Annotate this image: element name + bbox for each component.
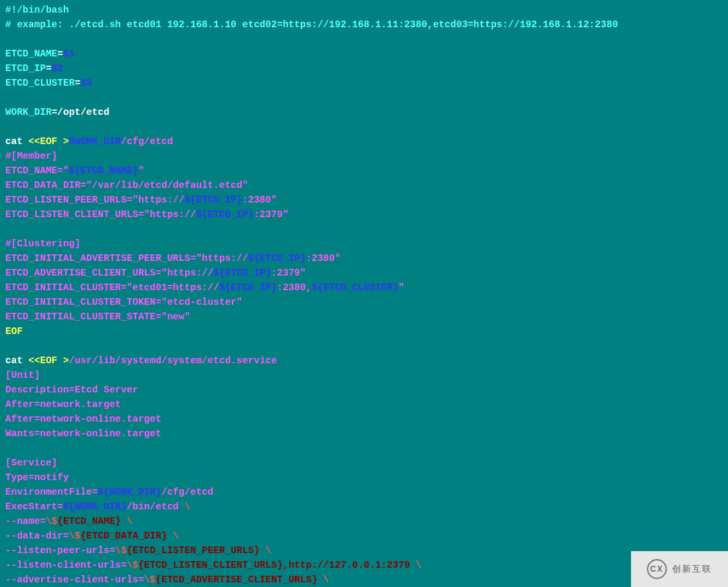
code-token: EOF (5, 326, 23, 337)
code-token: ${ETCD_IP} (213, 268, 271, 278)
code-token: \ (127, 516, 133, 527)
code-token: #[Member] (5, 151, 57, 161)
code-token: <<EOF > (29, 136, 69, 147)
code-token: cat (5, 355, 29, 366)
code-line: ETCD_LISTEN_PEER_URLS="https://${ETCD_IP… (5, 193, 723, 207)
code-token: = (57, 48, 63, 59)
code-token: \$ (115, 545, 126, 556)
code-token: #[Clustering] (5, 238, 80, 249)
code-line: [Unit] (5, 368, 723, 382)
code-token: Type=notify (5, 472, 69, 483)
code-token: \$ (69, 531, 80, 541)
code-token: --data-dir= (5, 531, 69, 541)
code-token: --listen-client-urls= (5, 560, 127, 570)
code-line (5, 222, 723, 236)
code-token: After=network.target (5, 399, 121, 410)
code-line: After=network-online.target (5, 412, 723, 426)
code-token: # example: ./etcd.sh etcd01 192.168.1.10… (5, 19, 618, 30)
code-token: ETCD_INITIAL_CLUSTER_TOKEN="etcd-cluster… (5, 297, 242, 307)
code-line (5, 90, 723, 105)
code-token: \ (185, 501, 191, 512)
code-token: :2380, (277, 282, 312, 293)
code-line: --advertise-client-urls=\${ETCD_ADVERTIS… (5, 572, 723, 587)
code-token: ETCD_LISTEN_CLIENT_URLS="https:// (5, 209, 196, 220)
code-token: ETCD_INITIAL_CLUSTER="etcd01=https:// (5, 282, 219, 293)
code-line: Wants=network-online.target (5, 426, 723, 441)
code-line: After=network.target (5, 397, 723, 412)
code-line: ETCD_NAME=$1 (5, 46, 723, 61)
code-line: --name=\${ETCD_NAME} \ (5, 514, 723, 529)
code-line: ETCD_INITIAL_ADVERTISE_PEER_URLS="https:… (5, 251, 723, 266)
code-token: ETCD_CLUSTER (5, 78, 74, 88)
code-token: \ (416, 560, 422, 570)
code-token: :2379" (271, 268, 306, 278)
code-token: ETCD_IP (5, 63, 46, 74)
code-token: <<EOF > (29, 355, 69, 366)
code-token: cat (5, 136, 29, 147)
code-line: ETCD_INITIAL_CLUSTER="etcd01=https://${E… (5, 280, 723, 295)
code-line: --listen-peer-urls=\${ETCD_LISTEN_PEER_U… (5, 543, 723, 558)
code-token: ${WORK_DIR} (63, 501, 127, 512)
code-token: $1 (63, 48, 74, 59)
code-line: #[Member] (5, 149, 723, 163)
code-line: #[Clustering] (5, 236, 723, 251)
code-line: Type=notify (5, 470, 723, 485)
code-token: --name= (5, 516, 46, 527)
code-line: EOF (5, 324, 723, 339)
code-line: cat <<EOF >$WORK_DIR/cfg/etcd (5, 134, 723, 149)
code-token: {ETCD_DATA_DIR} (80, 531, 173, 541)
code-line (5, 339, 723, 353)
code-token: \ (323, 574, 329, 585)
watermark-brand-text: 创新互联 (672, 562, 712, 576)
code-token: Wants=network-online.target (5, 428, 161, 439)
code-line: EnvironmentFile=${WORK_DIR}/cfg/etcd (5, 485, 723, 499)
code-line: ETCD_INITIAL_CLUSTER_STATE="new" (5, 309, 723, 324)
code-line: ExecStart=${WORK_DIR}/bin/etcd \ (5, 499, 723, 514)
watermark-logo-text: CX (650, 562, 664, 576)
watermark: CX 创新互联 (631, 551, 728, 587)
code-token: ${ETCD_IP} (248, 253, 306, 264)
code-token: ETCD_NAME=" (5, 165, 69, 176)
code-token: ${ETCD_IP} (219, 282, 277, 293)
code-token: \ (266, 545, 272, 556)
code-line: ETCD_LISTEN_CLIENT_URLS="https://${ETCD_… (5, 207, 723, 222)
code-line: [Service] (5, 456, 723, 470)
code-token: = (74, 78, 80, 88)
code-token: = (46, 63, 52, 74)
code-line: WORK_DIR=/opt/etcd (5, 105, 723, 120)
code-token: {ETCD_NAME} (57, 516, 126, 527)
code-token: \$ (144, 574, 155, 585)
code-token: ETCD_ADVERTISE_CLIENT_URLS="https:// (5, 268, 213, 278)
code-token: " (399, 282, 405, 293)
code-token: WORK_DIR (5, 107, 52, 118)
code-line: ETCD_IP=$2 (5, 61, 723, 76)
code-token: ETCD_NAME (5, 48, 57, 59)
code-line (5, 441, 723, 456)
code-token: #!/bin/bash (5, 5, 69, 15)
code-token: /usr/lib/systemd/system/etcd.service (69, 355, 277, 366)
code-line: --listen-client-urls=\${ETCD_LISTEN_CLIE… (5, 558, 723, 572)
code-token: \ (173, 531, 179, 541)
code-line: Description=Etcd Server (5, 382, 723, 397)
code-token: ETCD_INITIAL_CLUSTER_STATE="new" (5, 311, 190, 322)
code-token: :2379" (254, 209, 288, 220)
code-token: /bin/etcd (127, 501, 185, 512)
code-token: EnvironmentFile= (5, 487, 98, 497)
code-token: {ETCD_LISTEN_PEER_URLS} (127, 545, 266, 556)
code-line: ETCD_DATA_DIR="/var/lib/etcd/default.etc… (5, 178, 723, 193)
code-block: #!/bin/bash# example: ./etcd.sh etcd01 1… (0, 0, 728, 587)
code-token: \$ (127, 560, 138, 570)
code-line (5, 120, 723, 134)
code-token: {ETCD_LISTEN_CLIENT_URLS},http://127.0.0… (138, 560, 416, 570)
code-token: ${WORK_DIR} (98, 487, 161, 497)
code-line: ETCD_INITIAL_CLUSTER_TOKEN="etcd-cluster… (5, 295, 723, 309)
code-token: /cfg/etcd (121, 136, 173, 147)
code-token: ETCD_DATA_DIR="/var/lib/etcd/default.etc… (5, 180, 248, 191)
code-line (5, 32, 723, 46)
code-token: ${ETCD_IP} (196, 209, 254, 220)
code-token: ${ETCD_IP} (185, 195, 242, 205)
code-token: {ETCD_ADVERTISE_CLIENT_URLS} (155, 574, 323, 585)
watermark-logo: CX (647, 559, 667, 579)
code-token: $WORK_DIR (69, 136, 121, 147)
code-token: ${ETCD_NAME} (69, 165, 138, 176)
